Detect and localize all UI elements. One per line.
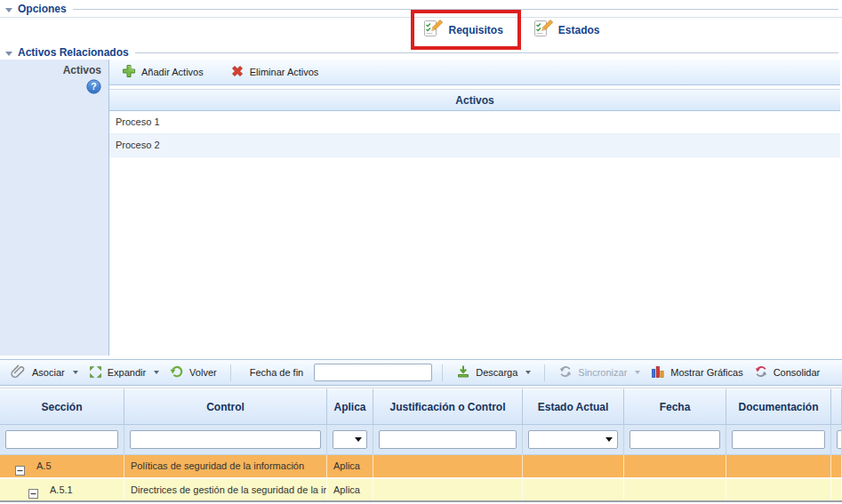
filter-extra-input[interactable] [837, 430, 842, 449]
grid-row-a51[interactable]: A.5.1 Directrices de gestión de la segur… [0, 479, 842, 500]
help-icon[interactable]: ? [86, 79, 101, 96]
assets-toolbar: Añadir Activos Eliminar Activos [109, 60, 840, 85]
section-activos-relacionados-title: Activos Relacionados [18, 46, 129, 59]
collapse-arrow-icon[interactable] [5, 8, 12, 12]
collapse-arrow-icon[interactable] [5, 52, 12, 56]
documentacion-value [726, 479, 831, 500]
aplica-value: Aplica [327, 455, 373, 477]
add-assets-button[interactable]: Añadir Activos [118, 62, 207, 82]
estado-value [523, 479, 624, 500]
filter-seccion-input[interactable] [5, 430, 118, 449]
aplica-value: Aplica [327, 479, 373, 500]
descarga-button[interactable]: Descarga [453, 363, 534, 382]
asociar-label: Asociar [32, 367, 65, 378]
column-header-fecha[interactable]: Fecha [624, 388, 726, 425]
paperclip-icon [11, 364, 27, 381]
back-arrow-icon [170, 364, 184, 380]
bar-chart-icon [651, 364, 665, 380]
remove-assets-label: Eliminar Activos [250, 67, 319, 77]
column-header-estado-actual[interactable]: Estado Actual [523, 388, 624, 425]
mostrar-graficas-button[interactable]: Mostrar Gráficas [647, 363, 746, 382]
filter-aplica-select[interactable] [333, 430, 367, 449]
chevron-down-icon [635, 371, 640, 377]
chevron-down-icon [525, 371, 531, 377]
requisitos-button[interactable]: Requisitos [420, 17, 506, 43]
estados-label: Estados [558, 24, 600, 36]
filter-fecha-input[interactable] [629, 430, 720, 449]
justificacion-value [373, 455, 523, 477]
documentacion-value [726, 455, 831, 477]
asset-row[interactable]: Proceso 1 [109, 111, 840, 134]
expandir-label: Expandir [108, 367, 146, 378]
divider [135, 52, 838, 53]
column-header-extra [831, 388, 842, 425]
fecha-de-fin-input[interactable] [314, 364, 432, 381]
chevron-down-icon [73, 371, 78, 377]
options-bar: Requisitos Estados [0, 16, 842, 44]
chevron-down-icon [605, 437, 613, 445]
column-header-aplica[interactable]: Aplica [327, 388, 373, 425]
fecha-value [624, 479, 726, 500]
column-header-justificacion[interactable]: Justificación o Control [373, 388, 523, 425]
consolidar-button[interactable]: Consolidar [750, 363, 824, 382]
control-value: Directrices de gestión de la seguridad d… [124, 479, 327, 500]
activos-panel: Activos ? [0, 60, 842, 356]
volver-button[interactable]: Volver [166, 363, 221, 382]
sync-icon [558, 364, 573, 380]
assets-grid: Añadir Activos Eliminar Activos Activos … [108, 60, 840, 356]
fecha-value [624, 455, 726, 477]
justificacion-value [373, 479, 523, 500]
filter-documentacion-input[interactable] [732, 430, 825, 449]
requisitos-label: Requisitos [448, 24, 502, 36]
expandir-button[interactable]: Expandir [85, 364, 163, 382]
consolidate-sync-icon [754, 364, 768, 380]
green-plus-icon [122, 64, 136, 80]
mostrar-graficas-label: Mostrar Gráficas [670, 367, 742, 378]
download-icon [456, 364, 470, 380]
grid-filter-row [0, 425, 842, 455]
controls-grid: Sección Control Aplica Justificación o C… [0, 388, 842, 502]
expand-arrows-icon [89, 365, 102, 380]
estado-value [523, 455, 624, 477]
seccion-value: A.5 [36, 455, 52, 477]
activos-field-label-column: Activos ? [0, 60, 108, 356]
annotation-highlight-box: Requisitos [411, 10, 520, 50]
page: Opciones [0, 0, 842, 504]
collapse-minus-icon[interactable] [15, 461, 25, 471]
estados-button[interactable]: Estados [530, 17, 604, 43]
chevron-down-icon [355, 437, 362, 445]
sincronizar-label: Sincronizar [578, 367, 627, 378]
checklist-pencil-icon [423, 19, 443, 41]
descarga-label: Descarga [476, 367, 517, 378]
collapse-minus-icon[interactable] [28, 485, 38, 495]
consolidar-label: Consolidar [774, 367, 821, 378]
assets-column-header[interactable]: Activos [109, 89, 840, 111]
fecha-de-fin-label: Fecha de fin [250, 367, 304, 378]
red-x-icon [230, 64, 245, 80]
filter-estado-select[interactable] [528, 430, 618, 449]
remove-assets-button[interactable]: Eliminar Activos [227, 62, 323, 82]
extra-cell [831, 479, 842, 500]
add-assets-label: Añadir Activos [141, 67, 204, 77]
control-value: Políticas de seguridad de la información [124, 455, 327, 477]
asset-row[interactable]: Proceso 2 [109, 134, 840, 157]
column-header-seccion[interactable]: Sección [0, 388, 124, 425]
toolbar-separator [544, 364, 545, 381]
toolbar-separator [230, 364, 231, 381]
column-header-documentacion[interactable]: Documentación [726, 388, 831, 425]
grid-row-a5[interactable]: A.5 Políticas de seguridad de la informa… [0, 455, 842, 479]
asociar-button[interactable]: Asociar [7, 362, 82, 383]
checklist-pencil-icon [533, 19, 553, 41]
column-header-control[interactable]: Control [124, 388, 327, 425]
activos-field-label: Activos [0, 64, 101, 76]
extra-cell [831, 455, 842, 477]
sincronizar-button[interactable]: Sincronizar [555, 363, 644, 382]
volver-label: Volver [189, 367, 217, 378]
assets-empty-area [109, 157, 840, 356]
filter-control-input[interactable] [130, 430, 321, 449]
filter-justificacion-input[interactable] [379, 430, 517, 449]
toolbar-separator [442, 364, 443, 381]
seccion-value: A.5.1 [50, 480, 73, 500]
svg-text:?: ? [91, 81, 96, 92]
chevron-down-icon [154, 371, 159, 377]
